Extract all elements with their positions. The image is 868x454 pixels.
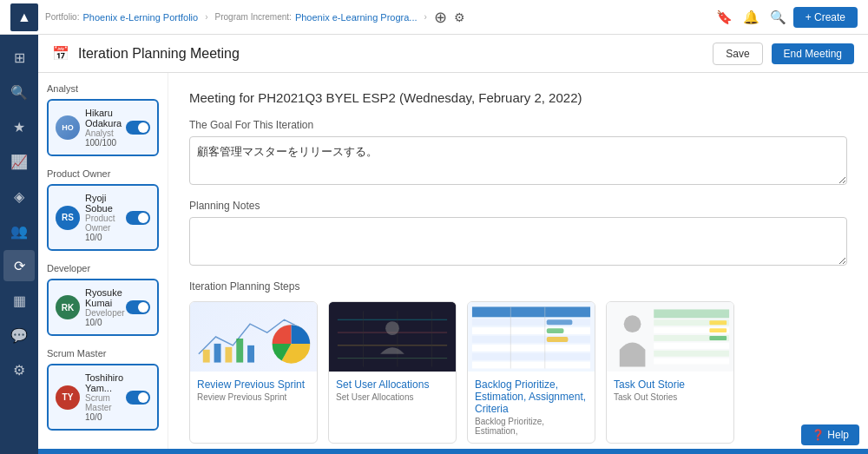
bookmark-icon[interactable]: 🔖: [716, 10, 733, 25]
member-card-ryoji[interactable]: RS Ryoji Sobue Product Owner 10/0: [47, 184, 159, 251]
member-left-toshihiro: TY Toshihiro Yam... Scrum Master 10/0: [56, 372, 126, 422]
sidebar-item-graph[interactable]: ▦: [3, 285, 35, 316]
member-name-ryosuke: Ryosuke Kumai: [85, 287, 126, 308]
bottom-bar: [38, 449, 868, 454]
svg-rect-4: [247, 345, 254, 363]
sidebar-item-settings[interactable]: ⚙: [3, 354, 35, 385]
notes-field-group: Planning Notes: [189, 200, 847, 268]
svg-rect-35: [654, 351, 729, 357]
member-points-hikaru: 100/100: [85, 138, 126, 148]
sidebar-item-network[interactable]: ◈: [3, 181, 35, 212]
pi-value[interactable]: Phoenix e-Learning Progra...: [295, 12, 418, 23]
member-info-hikaru: Hikaru Odakura Analyst 100/100: [85, 108, 126, 148]
svg-rect-39: [709, 336, 727, 340]
toggle-hikaru[interactable]: [126, 121, 150, 135]
create-button[interactable]: + Create: [793, 7, 858, 28]
sidebar-item-team[interactable]: 👥: [3, 215, 35, 247]
step-card-taskout[interactable]: Task Out Storie Task Out Stories: [606, 301, 734, 444]
step-card-body-review: Review Previous Sprint Review Previous S…: [190, 372, 317, 409]
help-button[interactable]: ❓ Help: [801, 424, 859, 445]
search-icon[interactable]: 🔍: [770, 10, 786, 25]
svg-rect-3: [236, 339, 243, 363]
member-card-toshihiro[interactable]: TY Toshihiro Yam... Scrum Master 10/0: [47, 364, 159, 431]
sidebar-item-search[interactable]: 🔍: [3, 76, 35, 108]
sidebar-item-home[interactable]: ⊞: [3, 42, 35, 73]
svg-rect-37: [709, 320, 727, 325]
member-info-ryosuke: Ryosuke Kumai Developer 10/0: [85, 287, 126, 327]
sidebar-item-message[interactable]: 💬: [3, 319, 35, 351]
analyst-section-title: Analyst: [47, 83, 159, 94]
notes-textarea[interactable]: [189, 217, 847, 266]
bell-icon[interactable]: 🔔: [743, 10, 760, 25]
content-area: Meeting for PH2021Q3 BYEL ESP2 (Wednesda…: [168, 73, 868, 454]
member-role-ryosuke: Developer: [85, 308, 126, 318]
avatar-toshihiro: TY: [56, 385, 80, 410]
toggle-ryoji[interactable]: [126, 211, 150, 225]
svg-rect-21: [472, 353, 590, 360]
avatar-ryosuke: RK: [56, 295, 80, 319]
main-content: Analyst HO Hikaru Odakura Analyst 100/10…: [38, 73, 868, 454]
member-info-ryoji: Ryoji Sobue Product Owner 10/0: [85, 193, 126, 242]
sm-section-title: Scrum Master: [47, 348, 159, 359]
dev-section-title: Developer: [47, 263, 159, 273]
step-thumbnail-taskout: [607, 302, 733, 372]
member-points-ryosuke: 10/0: [85, 318, 126, 327]
sidebar-item-favorites[interactable]: ★: [3, 111, 35, 142]
end-meeting-button[interactable]: End Meeting: [772, 43, 854, 64]
goal-textarea[interactable]: 顧客管理マスターをリリースする。: [189, 136, 847, 185]
add-icon[interactable]: ⊕: [434, 8, 447, 27]
step-card-body-allocations: Set User Allocations Set User Allocation…: [329, 372, 456, 409]
svg-rect-26: [547, 328, 564, 333]
step-card-body-backlog: Backlog Prioritize, Estimation, Assignme…: [468, 372, 595, 443]
svg-point-29: [624, 315, 641, 332]
member-info-toshihiro: Toshihiro Yam... Scrum Master 10/0: [85, 372, 126, 422]
sidebar-item-sprint[interactable]: ⟳: [3, 250, 35, 281]
save-button[interactable]: Save: [713, 43, 762, 65]
step-sub-allocations: Set User Allocations: [336, 392, 449, 402]
pi-label: Program Increment:: [215, 12, 292, 22]
sidebar: ⊞ 🔍 ★ 📈 ◈ 👥 ⟳ ▦ 💬 ⚙: [0, 35, 38, 454]
settings-icon[interactable]: ⚙: [454, 10, 465, 24]
step-thumbnail-backlog: [468, 302, 595, 372]
team-section-dev: Developer RK Ryosuke Kumai Developer 10/…: [47, 263, 159, 336]
breadcrumb-arrow-1: ›: [205, 12, 207, 22]
breadcrumb-pi: Program Increment: Phoenix e-Learning Pr…: [215, 12, 418, 23]
toggle-ryosuke[interactable]: [126, 300, 150, 314]
member-name-toshihiro: Toshihiro Yam...: [85, 372, 126, 393]
breadcrumb-arrow-2: ›: [424, 12, 427, 22]
step-sub-review: Review Previous Sprint: [197, 392, 310, 402]
team-section-sm: Scrum Master TY Toshihiro Yam... Scrum M…: [47, 348, 159, 431]
portfolio-value[interactable]: Phoenix e-Lerning Portfolio: [82, 12, 198, 23]
step-card-allocations[interactable]: Set User Allocations Set User Allocation…: [328, 301, 457, 444]
step-title-review: Review Previous Sprint: [197, 378, 310, 391]
steps-label: Iteration Planning Steps: [189, 280, 847, 293]
step-card-body-taskout: Task Out Storie Task Out Stories: [607, 372, 733, 409]
meeting-title: Meeting for PH2021Q3 BYEL ESP2 (Wednesda…: [189, 90, 847, 105]
member-card-ryosuke[interactable]: RK Ryosuke Kumai Developer 10/0: [47, 279, 159, 336]
step-sub-backlog: Backlog Prioritize, Estimation,: [475, 417, 588, 436]
member-role-ryoji: Product Owner: [85, 214, 126, 233]
member-left-ryosuke: RK Ryosuke Kumai Developer 10/0: [56, 287, 126, 327]
svg-rect-34: [654, 343, 729, 349]
step-thumbnail-allocations: [329, 302, 456, 372]
member-name-hikaru: Hikaru Odakura: [85, 108, 126, 128]
step-card-review[interactable]: Review Previous Sprint Review Previous S…: [189, 301, 318, 444]
svg-rect-19: [472, 336, 590, 343]
step-title-allocations: Set User Allocations: [336, 378, 449, 391]
sidebar-item-chart[interactable]: 📈: [3, 146, 35, 177]
avatar-ryoji: RS: [56, 206, 80, 230]
toggle-toshihiro[interactable]: [126, 391, 150, 405]
svg-rect-36: [654, 359, 729, 365]
step-sub-taskout: Task Out Stories: [614, 392, 727, 402]
team-panel: Analyst HO Hikaru Odakura Analyst 100/10…: [38, 73, 168, 454]
nav-icons: 🔖 🔔 🔍: [716, 10, 786, 25]
calendar-icon: 📅: [52, 45, 69, 62]
member-points-toshihiro: 10/0: [85, 412, 126, 422]
svg-rect-20: [472, 345, 590, 352]
member-role-hikaru: Analyst: [85, 128, 126, 138]
svg-rect-0: [203, 350, 210, 363]
goal-field-group: The Goal For This Iteration 顧客管理マスターをリリー…: [189, 119, 847, 188]
member-card-hikaru[interactable]: HO Hikaru Odakura Analyst 100/100: [47, 99, 159, 156]
member-role-toshihiro: Scrum Master: [85, 393, 126, 412]
step-card-backlog[interactable]: Backlog Prioritize, Estimation, Assignme…: [467, 301, 595, 444]
